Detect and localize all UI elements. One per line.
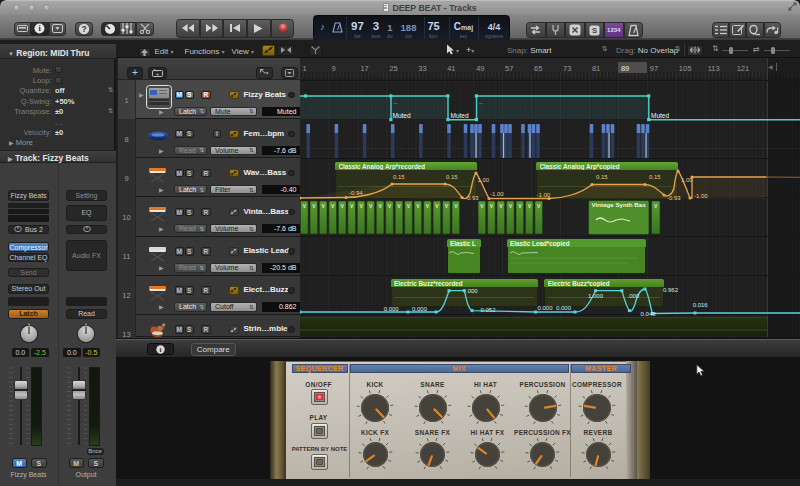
- svg-text:--: --: [479, 100, 483, 106]
- svg-text:+: +: [155, 70, 159, 76]
- svg-text:Muted: Muted: [451, 112, 469, 119]
- svg-text:S: S: [592, 26, 597, 35]
- svg-text:-0.94: -0.94: [349, 190, 363, 196]
- svg-text:1.00: 1.00: [681, 177, 693, 183]
- svg-text:.000: .000: [466, 288, 478, 294]
- svg-text:Muted: Muted: [393, 112, 411, 119]
- svg-text:0.000: 0.000: [412, 306, 428, 312]
- svg-text:0.15: 0.15: [596, 174, 608, 180]
- svg-text:-1.00: -1.00: [537, 192, 551, 198]
- svg-text:0.000: 0.000: [384, 306, 400, 312]
- svg-text:?: ?: [81, 24, 86, 34]
- svg-text:-1.00: -1.00: [694, 193, 708, 199]
- svg-text:0.15: 0.15: [649, 174, 661, 180]
- svg-text:0.15: 0.15: [446, 174, 458, 180]
- svg-text:0.052: 0.052: [481, 307, 497, 313]
- svg-text:0.000: 0.000: [538, 305, 554, 311]
- svg-text:-0.93: -0.93: [465, 195, 479, 201]
- svg-text:0.962: 0.962: [663, 287, 679, 293]
- svg-text:.000: .000: [628, 293, 640, 299]
- svg-text:0.000: 0.000: [556, 305, 572, 311]
- svg-text:i: i: [160, 346, 162, 354]
- svg-text:1.00: 1.00: [478, 177, 490, 183]
- svg-text:0.048: 0.048: [641, 311, 657, 317]
- svg-text:-0.93: -0.93: [667, 195, 681, 201]
- svg-text:1.000: 1.000: [588, 293, 604, 299]
- svg-text:-1.00: -1.00: [490, 191, 504, 197]
- svg-text:Muted: Muted: [651, 112, 669, 119]
- svg-text:--: --: [394, 100, 398, 106]
- svg-text:0.016: 0.016: [693, 302, 709, 308]
- svg-text:0.15: 0.15: [393, 174, 405, 180]
